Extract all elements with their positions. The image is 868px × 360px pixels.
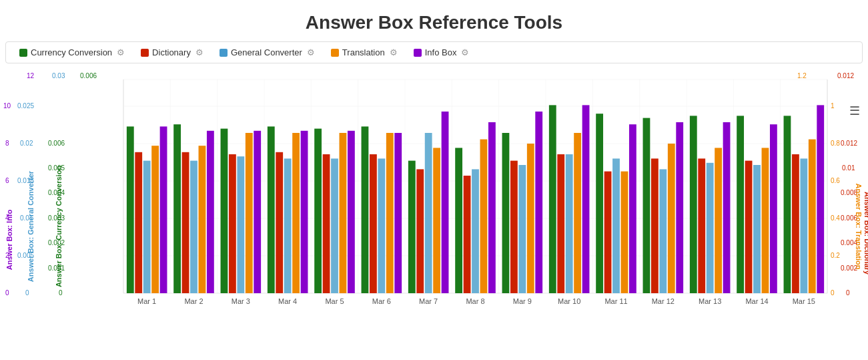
bar-currency-2[interactable]: [221, 129, 228, 293]
bar-infobox-14[interactable]: [817, 105, 824, 293]
bar-currency-5[interactable]: [362, 126, 369, 293]
bar-infobox-3[interactable]: [301, 131, 308, 293]
bar-general-0[interactable]: [143, 161, 151, 293]
gear-icon-translation[interactable]: ⚙: [390, 47, 398, 57]
bar-general-5[interactable]: [378, 158, 385, 293]
bar-currency-1[interactable]: [173, 124, 181, 293]
bar-translation-3[interactable]: [292, 133, 300, 293]
bar-dictionary-0[interactable]: [135, 152, 142, 293]
bar-infobox-10[interactable]: [629, 124, 636, 293]
bar-general-14[interactable]: [800, 158, 807, 293]
x-label-12: Mar 13: [699, 297, 721, 305]
svg-text:0: 0: [846, 289, 850, 297]
bar-infobox-0[interactable]: [160, 126, 167, 293]
bar-general-6[interactable]: [425, 133, 432, 293]
bar-general-8[interactable]: [518, 165, 526, 293]
svg-text:0.8: 0.8: [831, 140, 840, 147]
legend-dot-translation: [331, 49, 339, 57]
bar-dictionary-1[interactable]: [182, 152, 189, 293]
bar-infobox-7[interactable]: [488, 122, 496, 293]
bar-dictionary-13[interactable]: [745, 161, 753, 293]
bar-dictionary-14[interactable]: [792, 154, 799, 293]
bar-dictionary-11[interactable]: [651, 158, 659, 293]
bar-general-7[interactable]: [472, 169, 479, 293]
bar-currency-9[interactable]: [549, 105, 556, 293]
bar-general-10[interactable]: [612, 158, 620, 293]
bar-dictionary-7[interactable]: [464, 176, 471, 293]
svg-text:0.02: 0.02: [20, 140, 33, 147]
bar-general-12[interactable]: [707, 163, 714, 293]
svg-text:0.012: 0.012: [837, 72, 854, 79]
bar-translation-5[interactable]: [386, 133, 394, 293]
bar-dictionary-6[interactable]: [416, 169, 424, 293]
bar-general-1[interactable]: [190, 161, 197, 293]
x-label-3: Mar 4: [278, 297, 297, 305]
bar-translation-13[interactable]: [762, 148, 769, 293]
bar-currency-7[interactable]: [455, 148, 462, 293]
bar-dictionary-10[interactable]: [604, 172, 612, 293]
bar-general-11[interactable]: [659, 169, 667, 293]
bar-currency-0[interactable]: [127, 126, 134, 293]
svg-text:10: 10: [3, 102, 11, 110]
bar-currency-12[interactable]: [690, 116, 697, 293]
bar-infobox-13[interactable]: [770, 124, 777, 293]
bar-currency-14[interactable]: [784, 116, 791, 293]
bar-translation-10[interactable]: [621, 172, 628, 293]
y-axis-label-info: Answer Box: Info: [5, 209, 13, 270]
bar-translation-7[interactable]: [480, 140, 488, 293]
bar-infobox-8[interactable]: [535, 112, 542, 293]
gear-icon-general[interactable]: ⚙: [307, 47, 315, 57]
bar-currency-6[interactable]: [408, 161, 416, 293]
bar-general-3[interactable]: [284, 158, 292, 293]
bar-dictionary-12[interactable]: [698, 158, 705, 293]
legend-dot-dictionary: [141, 49, 149, 57]
svg-text:0: 0: [5, 289, 9, 297]
bar-general-13[interactable]: [753, 165, 761, 293]
bar-dictionary-2[interactable]: [229, 154, 236, 293]
bar-general-4[interactable]: [331, 158, 338, 293]
bar-translation-0[interactable]: [151, 146, 159, 293]
bar-infobox-12[interactable]: [723, 122, 731, 293]
bar-dictionary-8[interactable]: [510, 161, 518, 293]
bar-translation-14[interactable]: [809, 140, 816, 293]
gear-icon-currency[interactable]: ⚙: [117, 47, 125, 57]
legend-item-general[interactable]: General Converter ⚙: [217, 46, 318, 59]
bar-infobox-4[interactable]: [348, 131, 355, 293]
legend-item-dictionary[interactable]: Dictionary ⚙: [138, 46, 206, 59]
gear-icon-infobox[interactable]: ⚙: [461, 47, 469, 57]
bar-translation-12[interactable]: [715, 148, 722, 293]
bar-currency-3[interactable]: [268, 126, 275, 293]
bar-currency-11[interactable]: [643, 118, 650, 293]
bar-translation-4[interactable]: [340, 133, 347, 293]
legend-item-infobox[interactable]: Info Box ⚙: [411, 46, 472, 59]
bar-translation-8[interactable]: [527, 144, 534, 293]
svg-text:0.025: 0.025: [17, 102, 34, 110]
y-axis-label-currency: Answer Box: Currency Conversion: [55, 166, 63, 287]
legend-label-general: General Converter: [231, 47, 302, 57]
bar-currency-10[interactable]: [596, 114, 603, 293]
bar-currency-8[interactable]: [502, 133, 510, 293]
bar-currency-4[interactable]: [314, 129, 322, 293]
bar-translation-1[interactable]: [199, 146, 206, 293]
bar-infobox-11[interactable]: [676, 122, 683, 293]
bar-translation-2[interactable]: [246, 133, 253, 293]
legend-item-translation[interactable]: Translation ⚙: [328, 46, 400, 59]
bar-infobox-6[interactable]: [442, 112, 449, 293]
bar-infobox-9[interactable]: [582, 105, 590, 293]
bar-general-9[interactable]: [566, 154, 573, 293]
gear-icon-dictionary[interactable]: ⚙: [195, 47, 203, 57]
bar-translation-11[interactable]: [668, 144, 675, 293]
bar-dictionary-3[interactable]: [276, 152, 283, 293]
legend-item-currency[interactable]: Currency Conversion ⚙: [17, 46, 127, 59]
bar-dictionary-9[interactable]: [557, 154, 564, 293]
legend-dot-general: [220, 49, 228, 57]
bar-translation-6[interactable]: [433, 148, 440, 293]
bar-infobox-1[interactable]: [207, 131, 214, 293]
bar-dictionary-4[interactable]: [323, 154, 330, 293]
bar-dictionary-5[interactable]: [370, 154, 377, 293]
bar-general-2[interactable]: [237, 156, 244, 293]
bar-infobox-2[interactable]: [254, 131, 261, 293]
bar-infobox-5[interactable]: [394, 133, 402, 293]
bar-translation-9[interactable]: [574, 133, 581, 293]
bar-currency-13[interactable]: [737, 116, 744, 293]
